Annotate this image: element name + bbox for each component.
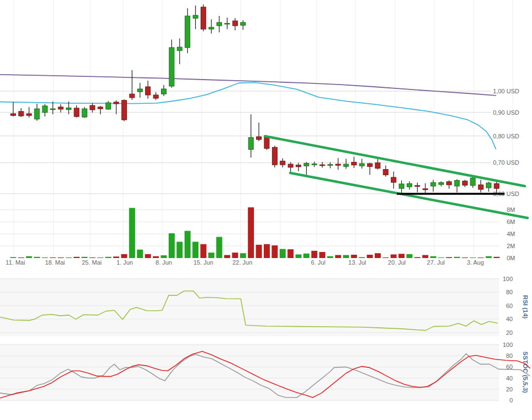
volume-bar[interactable] [145,254,151,258]
volume-bar[interactable] [201,244,207,258]
volume-bar[interactable] [359,257,365,258]
volume-bar[interactable] [430,256,436,258]
candle[interactable] [201,4,206,31]
volume-bar[interactable] [153,256,159,258]
volume-bar[interactable] [50,257,56,258]
volume-bar[interactable] [375,253,381,258]
volume-bar[interactable] [90,257,96,258]
candle-body [162,89,167,94]
candle-body [217,23,221,26]
volume-bar[interactable] [34,257,40,258]
volume-bar[interactable] [248,208,254,258]
volume-bar[interactable] [65,257,71,258]
stochastic-axis-label: 80 [506,352,513,359]
volume-bar[interactable] [208,253,214,258]
volume-bar[interactable] [383,257,389,258]
volume-bar[interactable] [74,257,80,258]
volume-bar[interactable] [391,254,397,258]
candle-body [209,27,214,29]
candle-body [42,106,47,113]
volume-bar[interactable] [351,255,357,258]
candle-body [328,165,332,166]
candle-body [312,164,317,165]
volume-bar[interactable] [216,237,222,259]
volume-bar[interactable] [10,257,16,258]
volume-bar[interactable] [169,233,175,258]
candle-body [383,170,388,175]
candle-body [169,48,174,86]
volume-bar[interactable] [287,249,293,258]
volume-bar[interactable] [18,257,24,258]
volume-bar[interactable] [97,257,103,258]
rsi-axis-label: 20 [506,329,513,336]
candle-body [407,183,412,187]
volume-bar[interactable] [454,257,460,258]
volume-bar[interactable] [160,255,167,258]
candle[interactable] [272,145,277,167]
volume-bar[interactable] [335,255,341,259]
volume-bar[interactable] [462,257,468,258]
price-axis-label: 0,80 USD [493,133,519,139]
volume-bar[interactable] [192,242,198,258]
candle-body [478,185,483,189]
candle-body [431,183,436,186]
volume-bar[interactable] [271,245,278,258]
volume-bar[interactable] [422,255,428,259]
price-axis-label: 1,00 USD [493,88,519,94]
volume-bar[interactable] [446,257,452,258]
stochastic-axis-label: 100 [503,341,513,348]
volume-bar[interactable] [264,244,270,258]
candle-body [447,182,452,185]
stochastic-title: SSTOC (5,5,3) [522,351,529,393]
candle-body [455,181,459,186]
volume-bar[interactable] [470,257,476,258]
candle[interactable] [121,99,126,121]
candle-body [462,181,467,186]
volume-bar[interactable] [280,249,286,259]
candle-body [225,23,230,24]
volume-bar[interactable] [319,252,325,258]
rsi-title: RSI (14) [522,295,529,319]
volume-bar[interactable] [26,256,32,258]
volume-bar[interactable] [137,250,143,258]
rsi-axis-label: 60 [506,303,513,309]
volume-bar[interactable] [129,208,135,258]
time-axis-label: 3. Aug [467,259,484,266]
volume-bar[interactable] [414,257,420,258]
volume-bar[interactable] [367,255,373,258]
volume-bar[interactable] [327,256,333,258]
volume-bar[interactable] [185,231,191,259]
volume-bar[interactable] [256,245,262,258]
stochastic-axis-label: 0 [509,397,513,404]
volume-bar[interactable] [343,255,349,259]
volume-bar[interactable] [407,254,413,258]
volume-bar[interactable] [81,257,87,258]
candle-body [399,184,404,188]
candle[interactable] [82,107,87,118]
volume-bar[interactable] [494,257,500,258]
volume-bar[interactable] [232,253,238,258]
volume-bar[interactable] [311,251,317,258]
candle-body [320,165,325,166]
volume-bar[interactable] [296,254,302,258]
time-axis-label: 11. Mai [5,259,25,266]
volume-bar[interactable] [113,256,119,258]
candle-body [359,164,364,166]
time-axis-label: 18. Mai [45,259,65,266]
volume-bar[interactable] [42,257,48,258]
volume-bar[interactable] [58,257,64,258]
volume-bar[interactable] [106,257,112,258]
volume-bar[interactable] [438,257,444,258]
volume-bar[interactable] [240,253,246,258]
volume-bar[interactable] [224,255,230,259]
candle-body [137,89,142,92]
volume-bar[interactable] [121,254,127,258]
volume-bar[interactable] [486,256,492,258]
candle-body [248,137,253,149]
volume-bar[interactable] [176,242,182,258]
candle-body [352,162,357,165]
volume-bar[interactable] [478,257,484,258]
candle-body [185,16,190,48]
volume-bar[interactable] [303,254,309,258]
volume-bar[interactable] [398,254,404,258]
